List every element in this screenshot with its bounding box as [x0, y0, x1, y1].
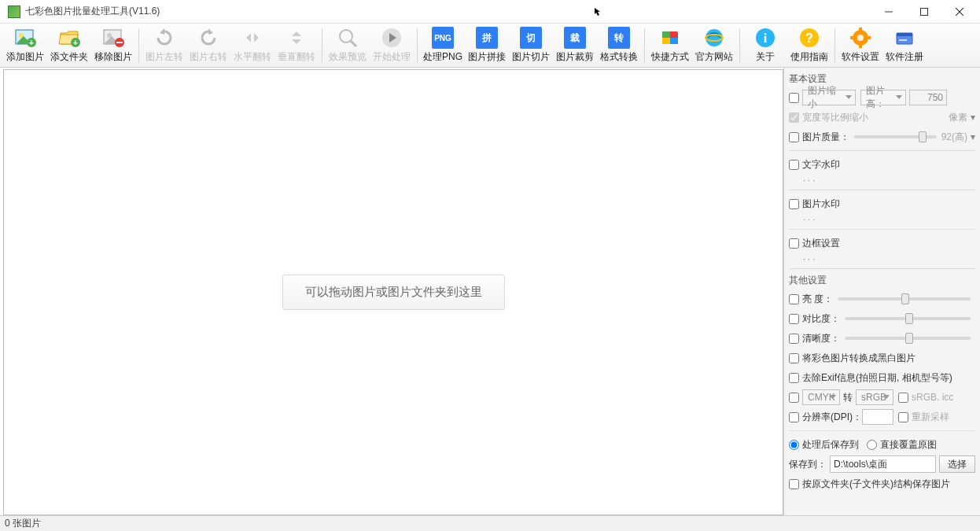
svg-rect-18 [662, 31, 670, 38]
preview-button[interactable]: 效果预览 [326, 25, 370, 66]
svg-text:+: + [73, 39, 78, 47]
minimize-button[interactable] [871, 1, 906, 23]
add-image-button[interactable]: +添加图片 [3, 25, 47, 66]
height-input[interactable] [909, 90, 947, 105]
srgb-select[interactable]: sRGB [856, 389, 893, 405]
svg-point-21 [706, 29, 723, 46]
slice-button[interactable]: 切图片切片 [509, 25, 553, 66]
quality-value: 92(高) [941, 131, 967, 144]
about-button[interactable]: i关于 [743, 25, 787, 66]
info-icon: i [754, 27, 776, 49]
shortcut-icon [659, 27, 681, 49]
app-icon [8, 6, 20, 18]
keep-ratio-checkbox [789, 112, 799, 123]
add-image-icon: + [14, 27, 36, 49]
remove-image-icon [102, 27, 124, 49]
sharpness-checkbox[interactable] [789, 334, 799, 344]
magnifier-icon [337, 27, 359, 49]
border-checkbox[interactable] [789, 238, 799, 249]
slice-tile-icon: 切 [520, 27, 542, 49]
svg-rect-34 [897, 33, 912, 36]
save-to-label: 保存到： [789, 458, 827, 471]
sharpness-slider[interactable] [845, 337, 971, 340]
help-icon: ? [798, 27, 820, 49]
svg-point-14 [340, 30, 352, 42]
brightness-checkbox[interactable] [789, 294, 799, 304]
guide-button[interactable]: ?使用指南 [787, 25, 831, 66]
exif-checkbox[interactable] [789, 373, 799, 383]
register-icon [893, 27, 916, 49]
crop-button[interactable]: 裁图片裁剪 [553, 25, 597, 66]
ie-icon [703, 27, 725, 49]
register-button[interactable]: 软件注册 [882, 25, 927, 66]
overwrite-radio[interactable] [867, 440, 877, 450]
crop-tile-icon: 裁 [564, 27, 586, 49]
browse-button[interactable]: 选择 [939, 455, 975, 473]
svg-rect-13 [116, 42, 123, 43]
svg-text:i: i [764, 31, 768, 45]
png-button[interactable]: PNG处理PNG [421, 25, 465, 66]
convert-button[interactable]: 转格式转换 [597, 25, 641, 66]
play-icon [381, 27, 403, 49]
quality-checkbox[interactable] [789, 132, 799, 142]
close-button[interactable] [941, 1, 977, 23]
png-tile-icon: PNG [432, 27, 454, 49]
shortcut-button[interactable]: 快捷方式 [648, 25, 692, 66]
rotate-right-icon [197, 27, 219, 49]
quality-slider[interactable] [854, 135, 937, 138]
contrast-checkbox[interactable] [789, 314, 799, 324]
cursor-icon [594, 7, 603, 17]
height-label-select[interactable]: 图片高： [860, 90, 906, 105]
cmyk-select[interactable]: CMYK [802, 389, 840, 405]
svg-rect-35 [899, 39, 907, 41]
maximize-button[interactable] [906, 1, 941, 23]
other-header: 其他设置 [789, 274, 975, 287]
flip-h-icon [241, 27, 263, 49]
rotate-left-button[interactable]: 图片左转 [142, 25, 186, 66]
svg-text:+: + [29, 39, 34, 47]
canvas-drop-area[interactable]: 可以拖动图片或图片文件夹到这里 [3, 69, 783, 515]
bw-checkbox[interactable] [789, 353, 799, 363]
website-button[interactable]: 官方网站 [692, 25, 736, 66]
icc-checkbox[interactable] [898, 393, 908, 403]
join-button[interactable]: 拼图片拼接 [465, 25, 509, 66]
settings-panel: 基本设置 图片缩小 图片高： 宽度等比例缩小 像素 ▾ 图片质量： 92(高) … [783, 68, 980, 515]
gear-icon [849, 27, 871, 49]
shrink-checkbox[interactable] [789, 93, 799, 103]
save-to-radio[interactable] [789, 440, 799, 450]
colorspace-checkbox[interactable] [789, 393, 799, 403]
titlebar: 七彩色图片批量处理工具(V11.6) [0, 0, 980, 24]
svg-text:?: ? [805, 31, 813, 45]
keep-tree-checkbox[interactable] [789, 479, 799, 489]
convert-tile-icon: 转 [608, 27, 630, 49]
toolbar: +添加图片 +添文件夹 移除图片 图片左转 图片右转 水平翻转 垂直翻转 效果预… [0, 24, 980, 68]
unit-label: 像素 [949, 111, 967, 124]
rotate-left-icon [153, 27, 175, 49]
flip-horizontal-button[interactable]: 水平翻转 [230, 25, 274, 66]
text-watermark-checkbox[interactable] [789, 160, 799, 170]
svg-rect-19 [670, 38, 678, 44]
svg-rect-1 [920, 8, 927, 15]
folder-icon: + [58, 27, 80, 49]
window-title: 七彩色图片批量处理工具(V11.6) [25, 5, 594, 18]
svg-point-28 [857, 35, 864, 41]
status-count: 0 张图片 [5, 517, 41, 530]
flip-v-icon [286, 27, 308, 49]
flip-vertical-button[interactable]: 垂直翻转 [274, 25, 319, 66]
start-button[interactable]: 开始处理 [370, 25, 414, 66]
shrink-select[interactable]: 图片缩小 [802, 90, 856, 105]
remove-image-button[interactable]: 移除图片 [91, 25, 135, 66]
join-tile-icon: 拼 [476, 27, 498, 49]
settings-button[interactable]: 软件设置 [838, 25, 882, 66]
drop-hint: 可以拖动图片或图片文件夹到这里 [282, 275, 505, 310]
dpi-checkbox[interactable] [789, 412, 799, 422]
contrast-slider[interactable] [845, 317, 971, 320]
dpi-input[interactable] [862, 409, 893, 425]
save-path-field[interactable]: D:\tools\桌面 [830, 455, 936, 473]
resample-checkbox[interactable] [898, 412, 908, 422]
brightness-slider[interactable] [838, 297, 971, 301]
add-folder-button[interactable]: +添文件夹 [47, 25, 91, 66]
svg-line-15 [351, 41, 356, 46]
image-watermark-checkbox[interactable] [789, 199, 799, 209]
rotate-right-button[interactable]: 图片右转 [186, 25, 230, 66]
